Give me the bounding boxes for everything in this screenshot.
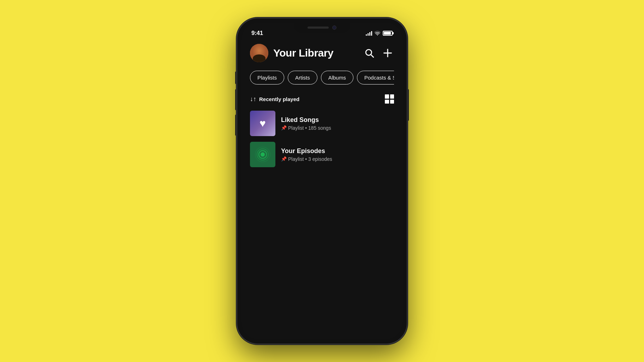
phone-wrapper: 9:41: [237, 18, 407, 344]
episodes-art: [250, 142, 275, 167]
svg-point-4: [261, 152, 265, 157]
app-content: Your Library: [242, 41, 402, 167]
search-icon: [364, 48, 374, 58]
notch-speaker: [308, 27, 329, 29]
pin-icon: 📌: [281, 125, 287, 130]
plus-icon: [383, 48, 393, 58]
item-sub-text: Playlist • 185 songs: [288, 125, 331, 131]
phone-screen: 9:41: [242, 23, 402, 339]
add-button[interactable]: [381, 47, 394, 59]
volume-silent-button: [235, 71, 237, 84]
liked-songs-info: Liked Songs 📌 Playlist • 185 songs: [281, 116, 394, 131]
item-subtitle: 📌 Playlist • 185 songs: [281, 125, 394, 131]
svg-line-1: [371, 55, 374, 57]
notch-camera: [332, 25, 336, 30]
notch: [294, 23, 350, 33]
filter-row: Playlists Artists Albums Podcasts & Show…: [250, 71, 394, 84]
podcast-icon: [255, 147, 270, 162]
signal-icon: [366, 31, 372, 36]
item-subtitle: 📌 Playlist • 3 episodes: [281, 156, 394, 162]
page-title: Your Library: [273, 47, 358, 59]
sort-row: ↓↑ Recently played: [250, 94, 394, 104]
filter-podcasts[interactable]: Podcasts & Shows: [357, 71, 394, 84]
heart-icon: ♥: [260, 117, 266, 129]
library-header: Your Library: [250, 44, 394, 62]
header-actions: [363, 47, 394, 59]
avatar-person: [250, 44, 268, 62]
power-button: [407, 89, 409, 121]
volume-down-button: [235, 115, 237, 136]
pin-icon: 📌: [281, 156, 287, 162]
list-item[interactable]: ♥ Liked Songs 📌 Playlist • 185 songs: [250, 111, 394, 136]
item-title: Your Episodes: [281, 147, 394, 155]
phone-frame: 9:41: [237, 18, 407, 344]
sort-control[interactable]: ↓↑ Recently played: [250, 95, 299, 103]
status-time: 9:41: [251, 30, 263, 37]
liked-songs-art: ♥: [250, 111, 275, 136]
filter-artists[interactable]: Artists: [288, 71, 317, 84]
sort-arrows-icon: ↓↑: [250, 95, 256, 103]
grid-view-button[interactable]: [385, 94, 394, 104]
list-item[interactable]: Your Episodes 📌 Playlist • 3 episodes: [250, 142, 394, 167]
search-button[interactable]: [363, 47, 376, 59]
battery-icon: [383, 31, 393, 36]
sort-label: Recently played: [259, 96, 299, 102]
item-sub-text: Playlist • 3 episodes: [288, 156, 332, 162]
library-list: ♥ Liked Songs 📌 Playlist • 185 songs: [250, 111, 394, 167]
item-title: Liked Songs: [281, 116, 394, 124]
wifi-icon: [374, 31, 381, 36]
status-icons: [366, 31, 393, 36]
episodes-info: Your Episodes 📌 Playlist • 3 episodes: [281, 147, 394, 162]
avatar[interactable]: [250, 44, 268, 62]
volume-up-button: [235, 89, 237, 110]
filter-playlists[interactable]: Playlists: [250, 71, 284, 84]
filter-albums[interactable]: Albums: [321, 71, 353, 84]
